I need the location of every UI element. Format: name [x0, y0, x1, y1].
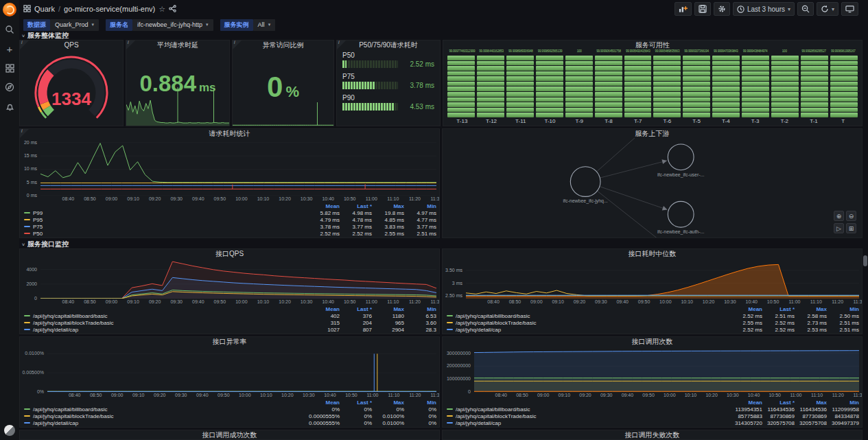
legend-row[interactable]: P954.79 ms4.78 ms4.85 ms4.77 ms: [24, 216, 436, 223]
panel-title[interactable]: 接口异常率: [20, 337, 439, 346]
breadcrumb-folder[interactable]: Quark: [34, 5, 55, 13]
legend-row[interactable]: /api/jyhq/capital/billboard/basic2.52 ms…: [447, 312, 859, 319]
refresh-button[interactable]: ▾: [817, 2, 838, 16]
sidebar: +: [0, 0, 19, 440]
time-range-picker[interactable]: Last 3 hours ▾: [733, 2, 795, 16]
legend-column-header[interactable]: Min: [404, 400, 436, 406]
panel-title[interactable]: 接口耗时中位数: [443, 249, 862, 258]
panel-title[interactable]: 接口调用成功次数: [20, 430, 439, 439]
legend-column-header[interactable]: Min: [827, 400, 859, 406]
legend-row[interactable]: /api/jyhq/capital/billboard/basic4023761…: [24, 312, 436, 319]
explore-icon[interactable]: [3, 81, 16, 93]
availability-value: 100: [565, 49, 594, 55]
legend-row[interactable]: /api/jyhq/capital/blockTrade/basic0.0000…: [24, 413, 436, 419]
panel-title[interactable]: 服务可用性: [443, 40, 862, 49]
x-axis-label: T-7: [623, 118, 653, 125]
scrollbar-thumb[interactable]: [863, 255, 867, 266]
y-axis-label: 5 ms: [27, 180, 37, 185]
create-icon[interactable]: +: [3, 43, 16, 55]
zoom-in-icon[interactable]: ⊕: [834, 211, 844, 221]
row-header-overall[interactable]: ˅服务整体监控: [19, 32, 863, 40]
panel-title[interactable]: 异常访问比例: [233, 40, 333, 49]
bar-gauge-label: P75: [342, 73, 434, 82]
tv-mode-button[interactable]: [841, 2, 858, 16]
legend-row[interactable]: /api/jyhq/detail/cap2.52 ms2.52 ms2.53 m…: [447, 326, 859, 333]
legend-row[interactable]: /api/jyhq/capital/blockTrade/basic857758…: [447, 413, 859, 419]
legend-column-header[interactable]: Min: [827, 306, 859, 312]
variable-value[interactable]: All▾: [253, 19, 276, 31]
row-header-interface[interactable]: ˅服务接口监控: [19, 240, 863, 248]
legend-column-header[interactable]: Max: [795, 400, 827, 406]
variable-datasource[interactable]: 数据源 Quark_Prod▾: [23, 19, 99, 31]
legend-column-header[interactable]: Last *: [340, 306, 372, 312]
save-dashboard-button[interactable]: [694, 2, 711, 16]
legend-row[interactable]: /api/jyhq/capital/billboard/basic0%0%0%0…: [24, 406, 436, 413]
legend-row[interactable]: P995.82 ms4.98 ms19.8 ms4.97 ms: [24, 209, 436, 216]
panel-title[interactable]: 接口调用次数: [443, 337, 862, 346]
dashboard-settings-button[interactable]: [714, 2, 730, 16]
breadcrumb-dashboard[interactable]: go-micro-service(multi-env): [64, 5, 155, 13]
legend-column-header[interactable]: Last *: [762, 400, 795, 406]
legend-row[interactable]: /api/jyhq/capital/blockTrade/basic2.55 m…: [447, 319, 859, 326]
share-icon[interactable]: [169, 5, 176, 14]
legend-column-header[interactable]: Mean: [307, 400, 340, 406]
legend-column-header[interactable]: Mean: [730, 400, 762, 406]
x-axis-label: T-9: [565, 118, 594, 125]
grafana-logo[interactable]: [3, 3, 16, 16]
panel-title[interactable]: 服务上下游: [443, 129, 862, 138]
panel-info-icon[interactable]: [233, 40, 242, 49]
panel-info-icon[interactable]: [20, 129, 29, 138]
alerting-icon[interactable]: [3, 100, 16, 113]
add-panel-button[interactable]: [675, 2, 692, 16]
legend-value: 87730869: [795, 413, 827, 419]
panel-info-icon[interactable]: [337, 40, 346, 49]
panel-title[interactable]: 接口调用失败次数: [443, 430, 862, 439]
legend-row[interactable]: /api/jyhq/detail/cap31430572032057570832…: [447, 419, 859, 426]
layout-icon[interactable]: ⊞: [846, 223, 856, 233]
user-avatar[interactable]: [4, 425, 15, 436]
x-axis-label: 09:50: [214, 299, 226, 304]
series-color-swatch: [24, 226, 30, 227]
legend-column-header[interactable]: Last *: [762, 306, 795, 312]
legend-column-header[interactable]: Max: [795, 306, 827, 312]
legend-row[interactable]: /api/jyhq/capital/billboard/basic1139543…: [447, 406, 859, 413]
legend-column-header[interactable]: Mean: [730, 306, 762, 312]
search-icon[interactable]: [3, 23, 16, 36]
legend-column-header[interactable]: Mean: [307, 306, 340, 312]
legend-row[interactable]: /api/jyhq/detail/cap0.0000555%0%0.0100%0…: [24, 419, 436, 426]
variable-value[interactable]: ifc-newbee_ifc-jyhq-http▾: [132, 19, 213, 31]
x-axis-label: 10:50: [345, 393, 357, 397]
panel-title[interactable]: P50/75/90请求耗时: [337, 40, 440, 49]
panel-title[interactable]: QPS: [20, 40, 123, 49]
panel-info-icon[interactable]: [20, 40, 29, 49]
chevron-down-icon: ▾: [268, 22, 271, 27]
panel-title[interactable]: 平均请求时延: [126, 40, 229, 49]
legend-column-header[interactable]: Last *: [340, 400, 372, 406]
legend-column-header[interactable]: Mean: [307, 203, 340, 209]
series-color-swatch: [24, 408, 30, 410]
legend-row[interactable]: P753.78 ms3.77 ms3.83 ms3.77 ms: [24, 223, 436, 230]
variable-instance[interactable]: 服务实例 All▾: [220, 19, 276, 31]
legend-column-header[interactable]: Min: [404, 203, 436, 209]
variable-service[interactable]: 服务名 ifc-newbee_ifc-jyhq-http▾: [106, 19, 213, 31]
variable-value[interactable]: Quark_Prod▾: [50, 19, 99, 31]
availability-column: [595, 56, 622, 117]
zoom-out-icon[interactable]: ⊖: [846, 211, 856, 221]
legend-column-header[interactable]: Last *: [340, 203, 372, 209]
legend-row[interactable]: /api/jyhq/capital/blockTrade/basic315204…: [24, 319, 436, 326]
dashboards-icon[interactable]: [3, 62, 16, 74]
x-axis-label: 11:10: [387, 299, 399, 304]
legend-row[interactable]: P502.52 ms2.52 ms2.55 ms2.51 ms: [24, 230, 436, 237]
x-axis-label: 08:40: [495, 393, 508, 397]
star-icon[interactable]: ☆: [159, 5, 165, 14]
legend-column-header[interactable]: Min: [404, 306, 436, 312]
legend-column-header[interactable]: Max: [372, 306, 404, 312]
panel-title[interactable]: 请求耗时统计: [20, 129, 439, 138]
panel-title[interactable]: 接口QPS: [20, 249, 439, 258]
legend-row[interactable]: /api/jyhq/detail/cap1027807290428.3: [24, 326, 436, 333]
zoom-out-button[interactable]: [797, 2, 814, 16]
legend-column-header[interactable]: Max: [372, 400, 404, 406]
legend-column-header[interactable]: Max: [372, 203, 404, 209]
pan-icon[interactable]: ▷: [834, 223, 844, 233]
panel-info-icon[interactable]: [126, 40, 135, 49]
